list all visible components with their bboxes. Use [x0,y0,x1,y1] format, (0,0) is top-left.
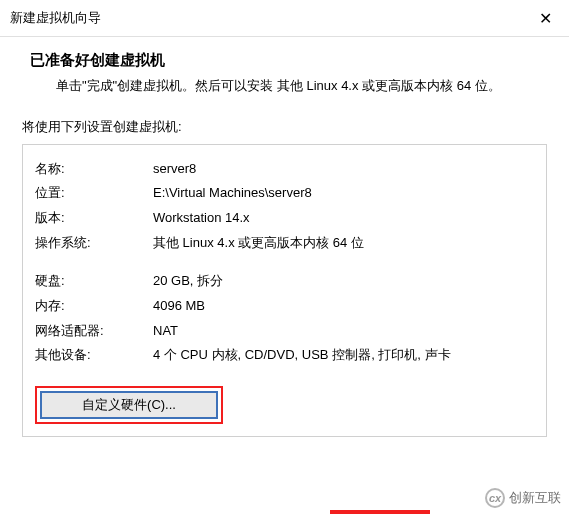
wizard-header: 已准备好创建虚拟机 单击"完成"创建虚拟机。然后可以安装 其他 Linux 4.… [0,37,569,104]
other-value: 4 个 CPU 内核, CD/DVD, USB 控制器, 打印机, 声卡 [153,343,534,368]
memory-value: 4096 MB [153,294,534,319]
titlebar: 新建虚拟机向导 ✕ [0,0,569,37]
version-label: 版本: [35,206,153,231]
disk-label: 硬盘: [35,269,153,294]
version-value: Workstation 14.x [153,206,534,231]
os-value: 其他 Linux 4.x 或更高版本内核 64 位 [153,231,534,256]
table-row: 版本: Workstation 14.x [35,206,534,231]
window-title: 新建虚拟机向导 [10,9,101,27]
table-row: 名称: server8 [35,157,534,182]
network-value: NAT [153,319,534,344]
table-row: 位置: E:\Virtual Machines\server8 [35,181,534,206]
other-label: 其他设备: [35,343,153,368]
close-icon[interactable]: ✕ [533,6,557,30]
name-label: 名称: [35,157,153,182]
os-label: 操作系统: [35,231,153,256]
watermark: cx 创新互联 [485,488,561,508]
table-row: 网络适配器: NAT [35,319,534,344]
table-row: 操作系统: 其他 Linux 4.x 或更高版本内核 64 位 [35,231,534,256]
location-label: 位置: [35,181,153,206]
table-row: 内存: 4096 MB [35,294,534,319]
watermark-text: 创新互联 [509,489,561,507]
customize-hardware-button[interactable]: 自定义硬件(C)... [40,391,218,419]
settings-section-label: 将使用下列设置创建虚拟机: [0,104,569,140]
table-row: 其他设备: 4 个 CPU 内核, CD/DVD, USB 控制器, 打印机, … [35,343,534,368]
location-value: E:\Virtual Machines\server8 [153,181,534,206]
bottom-highlight-bar [330,510,430,514]
page-subtitle: 单击"完成"创建虚拟机。然后可以安装 其他 Linux 4.x 或更高版本内核 … [30,76,539,96]
customize-button-highlight: 自定义硬件(C)... [35,386,223,424]
disk-value: 20 GB, 拆分 [153,269,534,294]
settings-summary-box: 名称: server8 位置: E:\Virtual Machines\serv… [22,144,547,438]
table-row: 硬盘: 20 GB, 拆分 [35,269,534,294]
watermark-logo-icon: cx [485,488,505,508]
network-label: 网络适配器: [35,319,153,344]
name-value: server8 [153,157,534,182]
memory-label: 内存: [35,294,153,319]
page-title: 已准备好创建虚拟机 [30,51,539,70]
